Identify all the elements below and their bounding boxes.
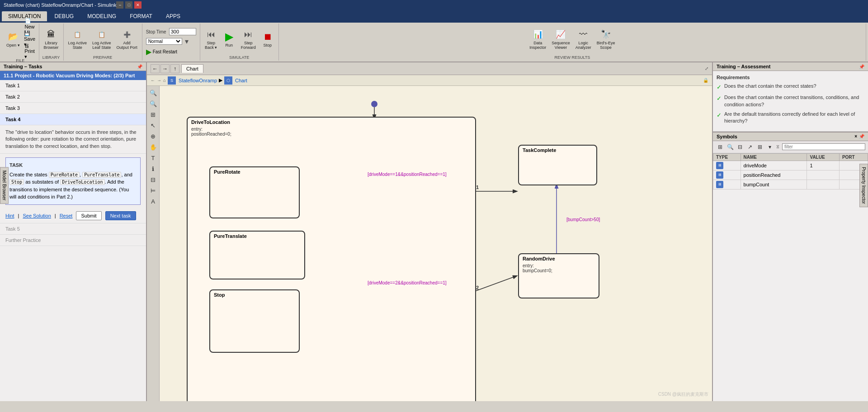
step-back-button[interactable]: ⏮ StepBack ▾	[203, 27, 219, 51]
req-text-2: Does the chart contain the correct trans…	[724, 94, 864, 108]
stop-time-input[interactable]	[169, 28, 196, 35]
reset-link[interactable]: Reset	[60, 213, 73, 218]
state-pure-rotate[interactable]: PureRotate	[209, 166, 300, 218]
mode-arrow-icon[interactable]: ▾	[185, 37, 189, 46]
nav-buttons: ← → ↑	[151, 64, 179, 73]
symbol-row-positionreached[interactable]: ⊞ positionReached	[713, 170, 868, 180]
nav-up-button[interactable]: ↑	[170, 64, 179, 73]
step-forward-button[interactable]: ⏭ StepForward	[239, 27, 258, 51]
annotation-tool[interactable]: T	[148, 153, 158, 163]
req-check-2: ✓	[717, 95, 722, 103]
col-value: VALUE	[807, 153, 839, 161]
sym-btn-2[interactable]: 🔍	[726, 142, 735, 152]
close-button[interactable]: ✕	[134, 1, 142, 9]
menu-modeling[interactable]: MODELING	[81, 11, 123, 21]
data-inspector-button[interactable]: 📊 DataInspector	[528, 27, 548, 51]
breadcrumb-model[interactable]: StateflowOnramp	[179, 78, 217, 83]
pan-tool[interactable]: ✋	[148, 142, 158, 152]
symbols-unpin-icon[interactable]: ×	[854, 134, 857, 139]
grid-button[interactable]: ⊟	[148, 175, 158, 185]
menu-debug[interactable]: DEBUG	[48, 11, 80, 21]
sym-btn-4[interactable]: ↗	[745, 142, 755, 152]
task-item-3[interactable]: Task 3	[0, 103, 146, 114]
left-panel: Training – Tasks 📌 11.1 Project - Roboti…	[0, 62, 147, 401]
nav-forward-button[interactable]: →	[160, 64, 170, 73]
sym-btn-6[interactable]: ▾	[765, 142, 774, 152]
state-stop[interactable]: Stop	[209, 289, 300, 353]
state-entry-random-drive: entry:bumpCount=0;	[519, 263, 599, 275]
simulation-mode-select[interactable]: Normal Accelerator Rapid Accelerator	[146, 38, 182, 45]
menu-format[interactable]: FORMAT	[123, 11, 159, 21]
assessment-pin-icon[interactable]: 📌	[859, 64, 864, 69]
toolbar-review-group: 📊 DataInspector 📈 SequenceViewer 〰 Logic…	[279, 24, 866, 61]
open-icon: 📂	[7, 30, 19, 43]
transition-number-1: 1	[476, 185, 479, 190]
chart-canvas[interactable]: DriveToLocation entry:positionReached=0;…	[160, 86, 712, 401]
state-task-complete[interactable]: TaskComplete	[518, 145, 597, 185]
log-active-leaf-state-button[interactable]: 📋 Log ActiveLeaf State	[90, 27, 113, 51]
add-output-port-button[interactable]: ➕ AddOutput Port	[115, 27, 139, 51]
library-browser-button[interactable]: 🏛 LibraryBrowser	[42, 27, 61, 51]
state-label-stop: Stop	[210, 290, 299, 299]
sym-btn-5[interactable]: ⊞	[755, 142, 764, 152]
select-tool[interactable]: ↖	[148, 120, 158, 130]
symbol-name-drivemode: driveMode	[741, 161, 807, 170]
chart-tab[interactable]: Chart	[181, 64, 203, 73]
lock-icon[interactable]: 🔒	[703, 78, 708, 83]
task-item-2[interactable]: Task 2	[0, 91, 146, 103]
hint-link[interactable]: Hint	[5, 213, 14, 218]
run-button[interactable]: ▶ Run	[221, 29, 237, 48]
menubar: SIMULATION DEBUG MODELING FORMAT APPS	[0, 10, 868, 23]
menu-apps[interactable]: APPS	[160, 11, 187, 21]
fast-restart-icon: ▶	[146, 47, 151, 56]
symbol-name-positionreached: positionReached	[741, 170, 807, 180]
fit-view-button[interactable]: ⊞	[148, 109, 158, 119]
chart-icon: ⬡	[224, 76, 232, 85]
align-button[interactable]: ⊨	[148, 185, 158, 195]
sequence-viewer-button[interactable]: 📈 SequenceViewer	[550, 27, 572, 51]
app-title: Stateflow (chart) StateflowOnramp/Chart …	[4, 2, 116, 8]
info-button[interactable]: ℹ	[148, 164, 158, 174]
state-random-drive[interactable]: RandomDrive entry:bumpCount=0;	[518, 253, 599, 298]
log-active-state-button[interactable]: 📋 Log ActiveState	[66, 27, 89, 51]
stop-icon: ⏹	[261, 30, 274, 43]
stop-button[interactable]: ⏹ Stop	[259, 29, 276, 48]
property-inspector-tab[interactable]: Property Inspector	[859, 164, 868, 207]
zoom-in-button[interactable]: 🔍	[148, 88, 158, 98]
state-label-task-complete: TaskComplete	[519, 146, 596, 155]
maximize-button[interactable]: □	[125, 1, 132, 9]
task-box: TASK Create the states PureRotate, PureT…	[5, 157, 141, 205]
zoom-out-button[interactable]: 🔍	[148, 99, 158, 109]
more-button[interactable]: A	[148, 196, 158, 206]
stop-time-label: Stop Time	[146, 29, 166, 34]
symbols-table: TYPE NAME VALUE PORT ⊞ driveMode 1	[713, 153, 868, 401]
nav-right-icon: →	[157, 78, 161, 83]
symbols-pin-icon[interactable]: 📌	[859, 134, 864, 139]
next-task-button[interactable]: Next task	[105, 211, 136, 220]
symbol-value-drivemode: 1	[807, 161, 839, 170]
see-solution-link[interactable]: See Solution	[23, 213, 51, 218]
birds-eye-scope-button[interactable]: 🔭 Bird's-EyeScope	[595, 27, 617, 51]
fast-restart-checkbox-area: ▶ Fast Restart	[146, 47, 196, 56]
submit-button[interactable]: Submit	[76, 211, 101, 220]
print-button[interactable]: 🖨 Print ▾	[24, 46, 36, 57]
sym-btn-3[interactable]: ⊟	[736, 142, 745, 152]
nav-back-button[interactable]: ←	[151, 64, 160, 73]
symbol-row-drivemode[interactable]: ⊞ driveMode 1	[713, 161, 868, 170]
task-box-label: TASK	[9, 161, 137, 169]
expand-icon[interactable]: ⤢	[705, 66, 708, 71]
model-browser-tab[interactable]: Model Browser	[0, 167, 9, 204]
symbols-filter-input[interactable]	[782, 143, 865, 150]
state-pure-translate[interactable]: PureTranslate	[209, 231, 305, 279]
sym-btn-1[interactable]: ⊞	[716, 142, 725, 152]
symbol-row-bumpcount[interactable]: ⊞ bumpCount	[713, 180, 868, 189]
breadcrumb-chart[interactable]: Chart	[235, 78, 247, 83]
zoom-tool[interactable]: ⊕	[148, 131, 158, 141]
task-item-4[interactable]: Task 4	[0, 114, 146, 125]
logic-analyzer-button[interactable]: 〰 LogicAnalyzer	[574, 27, 593, 51]
task-item-1[interactable]: Task 1	[0, 80, 146, 91]
right-panel: Training – Assessment 📌 Requirements ✓ D…	[712, 62, 868, 401]
open-button[interactable]: 📂 Open ▾	[5, 29, 22, 48]
minimize-button[interactable]: –	[116, 1, 123, 9]
watermark: CSDN @疯狂的麦克斯市	[658, 391, 708, 398]
